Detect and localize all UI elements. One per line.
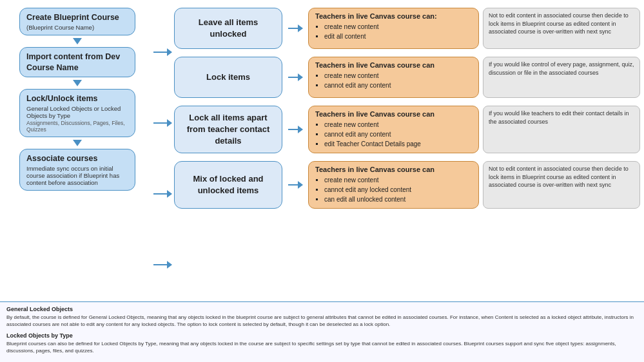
- h-arrow-3: [286, 106, 304, 153]
- result-box-3: Teachers in live Canvas course can creat…: [308, 106, 479, 153]
- lock-unlock-sub2: Assignments, Discussions, Pages, Files, …: [26, 120, 128, 133]
- result-box-1: Teachers in live Canvas course can: crea…: [308, 8, 479, 49]
- arrow-down-3: [73, 140, 82, 146]
- h-arrow-line-4: [288, 184, 302, 186]
- result-item-2-1: cannot edit any content: [324, 81, 472, 90]
- result-title-3: Teachers in live Canvas course can: [315, 110, 472, 118]
- result-item-4-2: can edit all unlocked content: [324, 195, 472, 204]
- note1-body: By default, the course is defined for Ge…: [6, 314, 638, 328]
- result-list-4: create new content cannot edit any locke…: [324, 175, 472, 204]
- result-list-1: create new content edit all content: [324, 22, 472, 41]
- option-box-1: Leave all items unlocked: [174, 8, 282, 49]
- note-box-3: If you would like teachers to edit their…: [483, 106, 640, 153]
- lock-unlock-title: Lock/Unlock items: [26, 93, 128, 104]
- note2-title: Locked Objects by Type: [6, 332, 638, 339]
- lm-arrow-2: [153, 122, 171, 124]
- result-title-1: Teachers in live Canvas course can:: [315, 12, 472, 20]
- h-arrow-1: [286, 8, 304, 49]
- lm-arrowhead-2: [167, 119, 172, 127]
- result-box-2: Teachers in live Canvas course can creat…: [308, 57, 479, 98]
- result-item-2-0: create new content: [324, 71, 472, 81]
- right-section: Leave all items unlocked Teachers in liv…: [174, 5, 640, 299]
- note-box-4: Not to edit content in associated course…: [483, 161, 640, 209]
- create-blueprint-title: Create Blueprint Course: [26, 12, 128, 23]
- lock-unlock-box: Lock/Unlock items General Locked Objects…: [19, 89, 135, 137]
- create-blueprint-box: Create Blueprint Course (Blueprint Cours…: [19, 8, 135, 35]
- lock-unlock-sub: General Locked Objects or Locked Objects…: [26, 105, 128, 119]
- lm-arrowhead-4: [167, 261, 172, 269]
- option-box-2: Lock items: [174, 57, 282, 98]
- result-item-3-1: cannot edit any content: [324, 129, 472, 139]
- lm-arrow-4: [153, 264, 171, 265]
- result-item-3-0: create new content: [324, 120, 472, 129]
- left-column: Create Blueprint Course (Blueprint Cours…: [4, 5, 151, 299]
- lm-arrow-3: [153, 193, 171, 195]
- result-title-2: Teachers in live Canvas course can: [315, 61, 472, 69]
- result-item-1-0: create new content: [324, 22, 472, 32]
- main-container: Create Blueprint Course (Blueprint Cours…: [0, 0, 644, 362]
- result-title-4: Teachers in live Canvas course can: [315, 166, 472, 173]
- row-3: Lock all items apart from teacher contac…: [174, 106, 640, 153]
- note-box-2: If you would like control of every page,…: [483, 57, 640, 98]
- note2-body: Blueprint courses can also be defined fo…: [6, 340, 638, 354]
- h-arrow-line-2: [288, 77, 302, 78]
- note-box-1: Not to edit content in associated course…: [483, 8, 640, 49]
- row-1: Leave all items unlocked Teachers in liv…: [174, 8, 640, 49]
- result-list-3: create new content cannot edit any conte…: [324, 120, 472, 149]
- option-box-3: Lock all items apart from teacher contac…: [174, 106, 282, 153]
- import-content-title: Import content from Dev Course Name: [26, 52, 128, 73]
- note1-title: General Locked Objects: [6, 306, 638, 312]
- associate-courses-title: Associate courses: [26, 153, 128, 164]
- left-mid-arrows: [151, 5, 174, 299]
- associate-courses-box: Associate courses Immediate sync occurs …: [19, 149, 135, 191]
- h-arrow-line-3: [288, 129, 302, 130]
- lm-arrow-1: [153, 52, 171, 53]
- import-content-box: Import content from Dev Course Name: [19, 47, 135, 77]
- result-list-2: create new content cannot edit any conte…: [324, 71, 472, 90]
- row-2: Lock items Teachers in live Canvas cours…: [174, 57, 640, 98]
- result-box-4: Teachers in live Canvas course can creat…: [308, 161, 479, 209]
- arrow-down-2: [73, 80, 82, 86]
- bottom-notes: General Locked Objects By default, the c…: [0, 301, 644, 362]
- result-item-4-1: cannot edit any locked content: [324, 185, 472, 195]
- associate-courses-sub: Immediate sync occurs on initial course …: [26, 165, 128, 186]
- result-item-4-0: create new content: [324, 175, 472, 185]
- row-4: Mix of locked and unlocked items Teacher…: [174, 161, 640, 209]
- option-box-4: Mix of locked and unlocked items: [174, 161, 282, 209]
- lm-arrowhead-1: [167, 48, 172, 56]
- h-arrow-2: [286, 57, 304, 98]
- result-item-3-2: edit Teacher Contact Details page: [324, 139, 472, 149]
- diagram-area: Create Blueprint Course (Blueprint Cours…: [0, 0, 644, 301]
- result-item-1-1: edit all content: [324, 32, 472, 41]
- arrow-down-1: [73, 38, 82, 44]
- create-blueprint-sub: (Blueprint Course Name): [26, 24, 128, 31]
- h-arrow-line-1: [288, 28, 302, 29]
- h-arrow-4: [286, 161, 304, 209]
- lm-arrowhead-3: [167, 190, 172, 198]
